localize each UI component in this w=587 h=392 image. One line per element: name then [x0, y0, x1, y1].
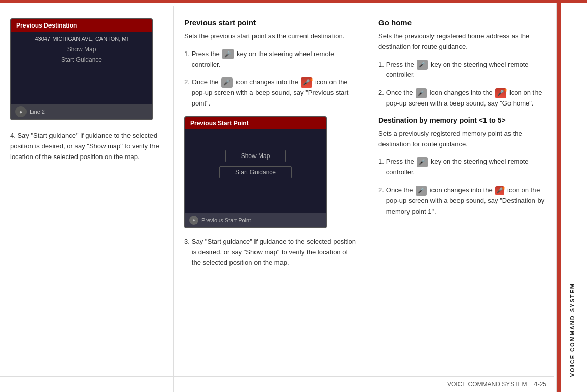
screen2-footer-text: Previous Start Point — [201, 217, 251, 223]
screen-header: Previous Destination — [11, 19, 152, 32]
sidebar-red-bar — [557, 3, 561, 392]
right-step4-text-b: icon changes into the — [430, 186, 493, 194]
screen-link-show-map: Show Map — [11, 44, 152, 55]
right-step3-text-before: Press the — [386, 158, 414, 165]
mid-step2-row: 2. Once the icon changes into the icon o… — [184, 77, 358, 109]
mid-column: Previous start point Sets the previous s… — [174, 3, 368, 392]
screen2-footer-icon: ● — [189, 216, 198, 225]
right-step1-text-before: Press the — [386, 61, 414, 68]
mic-icon-1 — [222, 49, 234, 59]
right-step2-text: Once the icon changes into the icon on t… — [386, 88, 546, 109]
right-step1-row: 1. Press the key on the steering wheel r… — [378, 60, 546, 81]
screen2-header: Previous Start Point — [185, 117, 326, 129]
page-divider — [0, 376, 554, 377]
mic-active-icon-1 — [301, 77, 312, 88]
screen-footer: ● Line 2 — [11, 104, 152, 119]
screen2-btn-start-guidance: Start Guidance — [219, 166, 292, 178]
right-step2-text-a: Once the — [386, 89, 413, 96]
mic-icon-6 — [416, 186, 427, 196]
screen-link-start-guidance: Start Guidance — [11, 55, 152, 65]
right-step2-text-b: icon changes into the — [430, 89, 493, 96]
right-step1: 1. Press the key on the steering wheel r… — [378, 60, 546, 81]
screen-footer-icon: ● — [15, 106, 27, 117]
mic-icon-3 — [417, 60, 428, 70]
screen-address: 43047 MICHIGAN AVE, CANTON, MI — [11, 32, 152, 44]
mid-step2-text-b: icon changes into the — [236, 78, 298, 86]
mid-step1-text-before: Press the — [192, 50, 220, 58]
mid-step3-num: 3. — [184, 237, 190, 247]
right-step1-num: 1. — [378, 60, 384, 70]
mic-icon-2 — [221, 77, 233, 88]
right-step2-num: 2. — [378, 88, 384, 98]
footer-text: VOICE COMMAND SYSTEM — [447, 381, 527, 388]
top-bar — [0, 0, 587, 3]
mic-icon-4 — [416, 88, 427, 98]
mid-section-heading: Previous start point — [184, 18, 358, 27]
mid-step2-num: 2. — [184, 77, 190, 88]
left-step4-text: 4. Say "Start guidance" if guidance to t… — [10, 130, 163, 162]
mid-step1-text: Press the key on the steering wheel remo… — [192, 49, 358, 70]
right-step2-row: 2. Once the icon changes into the icon o… — [378, 88, 546, 109]
right-intro: Sets the previously registered home addr… — [378, 31, 546, 53]
screen2-footer: ● Previous Start Point — [185, 213, 326, 227]
right-step4-text: Once the icon changes into the icon on t… — [386, 185, 546, 217]
right-step3-row: 1. Press the key on the steering wheel r… — [378, 156, 546, 178]
mid-step3-text: Say "Start guidance" if guidance to the … — [192, 237, 358, 268]
right-section-heading2: Destination by memory point <1 to 5> — [378, 116, 546, 124]
screen2-body: Show Map Start Guidance — [185, 129, 326, 199]
mid-intro: Sets the previous start point as the cur… — [184, 31, 358, 42]
sidebar: VOICE COMMAND SYSTEM — [556, 3, 587, 392]
mid-step3: 3. Say "Start guidance" if guidance to t… — [184, 237, 358, 268]
mid-step2: 2. Once the icon changes into the icon o… — [184, 77, 358, 109]
page-footer: VOICE COMMAND SYSTEM 4-25 — [447, 381, 546, 388]
mic-active-icon-3 — [495, 186, 504, 195]
mid-step2-text-a: Once the — [192, 78, 219, 86]
left-column: Previous Destination 43047 MICHIGAN AVE,… — [0, 3, 173, 392]
screen-footer-text: Line 2 — [30, 109, 45, 115]
right-step4-text-a: Once the — [386, 186, 413, 194]
screen-previous-start-point: Previous Start Point Show Map Start Guid… — [184, 116, 327, 228]
sidebar-label: VOICE COMMAND SYSTEM — [569, 283, 575, 377]
screen-links: Show Map Start Guidance — [11, 44, 152, 65]
right-step4-num: 2. — [378, 185, 384, 196]
right-step1-text: Press the key on the steering wheel remo… — [386, 60, 546, 81]
right-step4: 2. Once the icon changes into the icon o… — [378, 185, 546, 217]
right-step3-num: 1. — [378, 156, 384, 167]
right-section-heading: Go home — [378, 18, 546, 27]
mic-active-icon-2 — [495, 88, 506, 98]
right-step3-text: Press the key on the steering wheel remo… — [386, 156, 546, 178]
mid-step3-row: 3. Say "Start guidance" if guidance to t… — [184, 237, 358, 268]
screen2-btn-show-map: Show Map — [225, 150, 286, 162]
right-step3: 1. Press the key on the steering wheel r… — [378, 156, 546, 178]
right-step4-row: 2. Once the icon changes into the icon o… — [378, 185, 546, 217]
mid-step1: 1. Press the key on the steering wheel r… — [184, 49, 358, 70]
mid-step2-text: Once the icon changes into the icon on t… — [192, 77, 358, 109]
right-step2: 2. Once the icon changes into the icon o… — [378, 88, 546, 109]
main-content: Previous Destination 43047 MICHIGAN AVE,… — [0, 0, 587, 392]
footer-page-num: 4-25 — [534, 381, 546, 388]
mid-step1-num: 1. — [184, 49, 190, 60]
right-column: Go home Sets the previously registered h… — [368, 3, 556, 392]
mid-step1-row: 1. Press the key on the steering wheel r… — [184, 49, 358, 70]
mic-icon-5 — [417, 157, 428, 167]
screen-previous-destination: Previous Destination 43047 MICHIGAN AVE,… — [10, 18, 153, 120]
right-intro2: Sets a previously registered memory poin… — [378, 128, 546, 150]
